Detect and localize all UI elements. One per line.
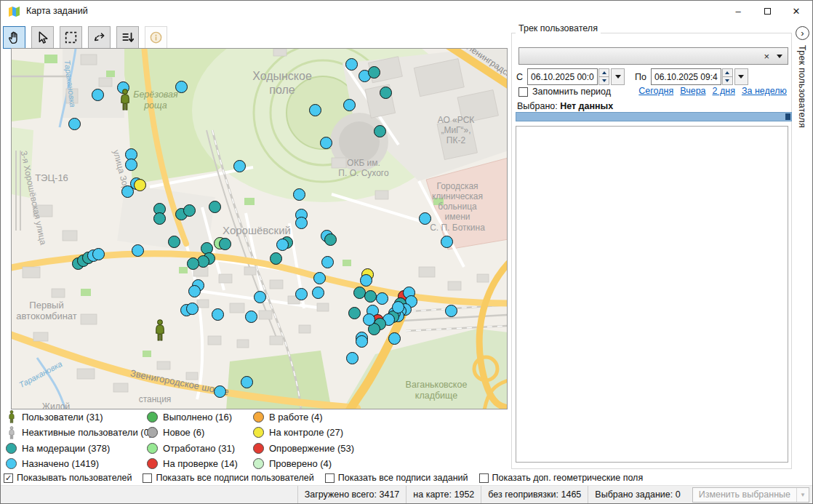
- task-marker[interactable]: [125, 159, 137, 171]
- option-checkbox[interactable]: ✓Показывать пользователей: [4, 473, 132, 483]
- task-marker[interactable]: [183, 204, 196, 217]
- user-marker-icon[interactable]: [154, 319, 166, 341]
- task-marker[interactable]: [245, 311, 257, 323]
- task-marker[interactable]: [320, 137, 332, 149]
- task-marker[interactable]: [219, 238, 231, 250]
- checkbox-box[interactable]: [143, 473, 152, 483]
- task-marker[interactable]: [380, 87, 392, 99]
- task-marker[interactable]: [374, 125, 386, 137]
- period-link[interactable]: 2 дня: [713, 86, 735, 96]
- task-marker[interactable]: [295, 288, 308, 300]
- period-link[interactable]: Сегодня: [638, 86, 673, 96]
- checkbox-box[interactable]: ✓: [4, 473, 13, 483]
- task-marker[interactable]: [186, 303, 199, 315]
- to-date-dropdown[interactable]: [734, 68, 748, 85]
- map-toolbar: [3, 26, 167, 49]
- from-date-spinner[interactable]: [598, 68, 609, 85]
- track-list[interactable]: [516, 126, 788, 463]
- task-marker[interactable]: [270, 252, 282, 265]
- task-marker[interactable]: [212, 308, 224, 321]
- track-scrollbar[interactable]: [516, 112, 792, 121]
- track-scrollbar-thumb[interactable]: [785, 113, 790, 120]
- app-logo-icon: [8, 6, 20, 17]
- period-link[interactable]: Вчера: [680, 86, 705, 96]
- task-marker[interactable]: [254, 291, 266, 303]
- task-marker[interactable]: [348, 307, 361, 319]
- close-button[interactable]: ✕: [782, 1, 811, 21]
- task-marker[interactable]: [276, 239, 289, 251]
- user-inactive-icon: [6, 426, 17, 439]
- task-marker[interactable]: [295, 217, 308, 229]
- option-checkbox[interactable]: Показать все подписи пользователей: [143, 473, 313, 483]
- task-marker[interactable]: [241, 376, 253, 388]
- minimize-button[interactable]: –: [724, 1, 753, 21]
- option-checkbox[interactable]: Показать все подписи заданий: [325, 473, 468, 483]
- task-marker[interactable]: [92, 89, 104, 101]
- task-marker[interactable]: [364, 290, 377, 303]
- to-date-input[interactable]: [651, 68, 721, 85]
- spin-down-icon[interactable]: [722, 76, 733, 85]
- task-marker[interactable]: [309, 104, 321, 116]
- task-marker[interactable]: [345, 58, 358, 71]
- task-marker[interactable]: [353, 287, 366, 299]
- task-marker[interactable]: [293, 188, 305, 201]
- task-marker[interactable]: [188, 285, 201, 297]
- task-marker[interactable]: [92, 248, 105, 260]
- task-marker[interactable]: [321, 256, 334, 268]
- edit-selected-button[interactable]: Изменить выбранные ▼: [692, 487, 809, 503]
- task-marker[interactable]: [313, 272, 326, 284]
- task-marker[interactable]: [132, 244, 144, 257]
- task-marker[interactable]: [356, 335, 368, 348]
- task-marker[interactable]: [360, 274, 372, 287]
- task-marker[interactable]: [233, 160, 246, 172]
- task-marker[interactable]: [324, 233, 337, 246]
- legend-item: Пользователи (31): [6, 411, 152, 423]
- task-marker[interactable]: [187, 257, 199, 270]
- from-date-input[interactable]: [527, 68, 598, 85]
- map-canvas[interactable]: Ходынское полеБерёзовая рощаАО «РСК „МиГ…: [11, 48, 508, 409]
- task-marker[interactable]: [346, 352, 359, 364]
- task-marker[interactable]: [175, 81, 188, 93]
- task-marker[interactable]: [312, 287, 324, 299]
- info-tool[interactable]: [145, 26, 167, 49]
- sort-list-tool[interactable]: [116, 26, 139, 49]
- checkbox-box[interactable]: [325, 473, 335, 483]
- task-marker[interactable]: [214, 385, 226, 398]
- task-marker[interactable]: [134, 179, 146, 191]
- user-marker-icon[interactable]: [119, 89, 131, 111]
- task-marker[interactable]: [68, 118, 81, 130]
- checkbox-box[interactable]: [479, 473, 489, 483]
- task-marker[interactable]: [368, 66, 380, 79]
- combo-clear-icon[interactable]: ×: [764, 51, 769, 62]
- task-marker[interactable]: [209, 201, 221, 213]
- option-checkbox[interactable]: Показать доп. геометрические поля: [479, 473, 644, 483]
- task-marker[interactable]: [441, 236, 453, 248]
- task-marker[interactable]: [445, 305, 457, 317]
- from-date-dropdown[interactable]: [611, 68, 625, 85]
- task-marker[interactable]: [343, 99, 356, 111]
- expand-panel-button[interactable]: ›: [796, 26, 809, 40]
- task-marker[interactable]: [392, 301, 404, 313]
- task-marker[interactable]: [153, 212, 166, 225]
- pan-tool[interactable]: [3, 26, 25, 49]
- combo-dropdown-icon[interactable]: [777, 55, 782, 58]
- task-marker[interactable]: [419, 212, 431, 225]
- task-marker[interactable]: [376, 292, 388, 305]
- user-select-combobox[interactable]: ×: [518, 47, 788, 65]
- task-marker[interactable]: [168, 236, 180, 248]
- task-marker[interactable]: [121, 185, 134, 198]
- task-marker[interactable]: [388, 332, 401, 345]
- select-tool[interactable]: [31, 26, 54, 49]
- maximize-button[interactable]: [753, 1, 782, 21]
- period-link[interactable]: За неделю: [742, 86, 787, 96]
- spin-up-icon[interactable]: [598, 68, 609, 76]
- remember-period-checkbox[interactable]: Запомнить период: [518, 87, 611, 97]
- spin-down-icon[interactable]: [598, 76, 609, 85]
- to-date-spinner[interactable]: [722, 68, 733, 85]
- to-label: По: [635, 72, 646, 82]
- rect-select-tool[interactable]: [60, 26, 82, 49]
- spin-up-icon[interactable]: [722, 68, 733, 76]
- checkbox-box[interactable]: [518, 87, 528, 97]
- task-marker[interactable]: [363, 313, 375, 326]
- polygon-select-tool[interactable]: [88, 26, 111, 49]
